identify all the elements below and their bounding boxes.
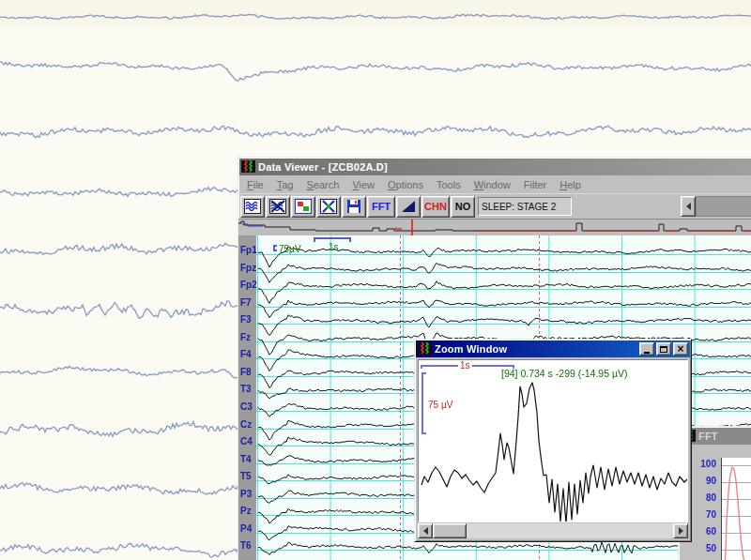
channel-label-fp1: Fp1 <box>240 246 257 255</box>
channel-label-fz: Fz <box>240 333 251 342</box>
channel-label-fpz: Fpz <box>240 264 256 273</box>
minimize-button[interactable] <box>639 342 654 356</box>
signal-traces-icon <box>418 342 432 356</box>
overview-scroll-left-button[interactable] <box>681 196 696 217</box>
triangle-button[interactable] <box>396 196 421 218</box>
toolbar: FFTCHNNOSLEEP: STAGE 2 <box>238 193 751 219</box>
left-arrow-icon <box>423 527 428 535</box>
fft-title: FFT <box>698 431 751 442</box>
menu-window[interactable]: Window <box>469 179 519 190</box>
blue-x-button[interactable] <box>316 196 341 218</box>
color-tiles-icon <box>295 199 312 214</box>
floppy-icon <box>345 199 362 214</box>
channel-label-f7: F7 <box>240 298 252 308</box>
fft-plot-area <box>721 458 751 560</box>
data-viewer-title: Data Viewer - [ZCB02A.D] <box>258 161 751 173</box>
waves-x-icon <box>269 199 286 214</box>
channel-label-t6: T6 <box>240 541 252 551</box>
zoom-window: Zoom Window × 1s [94] 0.734 s -299 (-14.… <box>414 339 692 542</box>
zoom-window-caption-buttons: × <box>639 342 688 356</box>
hypnogram-overview[interactable] <box>238 219 751 235</box>
signal-traces-icon <box>241 160 255 174</box>
channel-label-t4: T4 <box>240 455 252 464</box>
scroll-right-button[interactable] <box>673 523 688 538</box>
channel-label-f8: F8 <box>240 368 252 377</box>
waves-crossed-button[interactable] <box>266 196 290 218</box>
triangle-icon <box>400 199 417 214</box>
menu-options[interactable]: Options <box>383 179 432 190</box>
channel-label-f3: F3 <box>240 315 252 325</box>
menu-search[interactable]: Search <box>302 179 348 190</box>
fft-tick-50: 50 <box>679 543 716 553</box>
channel-label-c4: C4 <box>240 437 253 446</box>
channel-label-c3: C3 <box>240 402 253 412</box>
scroll-thumb[interactable] <box>433 523 467 538</box>
zoom-waveform[interactable] <box>419 360 688 522</box>
menu-tools[interactable]: Tools <box>432 179 469 190</box>
right-arrow-icon <box>679 527 683 535</box>
waves-icon <box>244 199 261 214</box>
scroll-left-button[interactable] <box>418 523 433 538</box>
screen: Data Viewer - [ZCB02A.D] FileTagSearchVi… <box>0 0 751 560</box>
fft-button[interactable]: FFT <box>367 196 395 218</box>
overview-scroll-track[interactable] <box>696 196 751 217</box>
left-arrow-icon <box>686 203 691 210</box>
zoom-window-titlebar[interactable]: Zoom Window × <box>416 341 690 357</box>
zoom-amplitude-label: 75 µV <box>428 400 452 410</box>
menu-help[interactable]: Help <box>555 179 590 190</box>
channel-label-pz: Pz <box>240 507 252 516</box>
no-button[interactable]: NO <box>451 196 475 218</box>
color-tiles-button[interactable] <box>291 196 315 218</box>
zoom-cursor-annotation: [94] 0.734 s -299 (-14.95 µV) <box>501 368 627 379</box>
close-button[interactable]: × <box>673 342 688 356</box>
close-icon: × <box>677 344 683 354</box>
fft-spectrum-curve <box>722 458 751 560</box>
save-button[interactable] <box>342 196 366 218</box>
channel-label-t3: T3 <box>240 385 252 394</box>
menu-filter[interactable]: Filter <box>519 179 555 190</box>
zoom-amplitude-bracket <box>421 372 426 434</box>
minimize-icon <box>644 352 650 354</box>
channel-label-cz: Cz <box>240 420 252 430</box>
blue-x-icon <box>320 199 337 214</box>
fft-button-label: FFT <box>372 201 391 212</box>
scroll-track[interactable] <box>467 523 673 538</box>
channel-label-gutter: Fp1FpzFp2F7F3FzF4F8T3C3CzC4T4T5P3PzP4T6 <box>238 235 256 560</box>
zoom-scrollbar <box>418 523 688 538</box>
channel-label-fp2: Fp2 <box>240 280 257 290</box>
channel-label-t5: T5 <box>240 472 252 481</box>
channel-label-f4: F4 <box>240 350 252 359</box>
zoom-time-label: 1s <box>458 360 472 371</box>
menu-bar: FileTagSearchViewOptionsToolsWindowFilte… <box>238 176 751 193</box>
zoom-waveform-panel[interactable]: 1s [94] 0.734 s -299 (-14.95 µV) 75 µV <box>418 359 688 522</box>
menu-view[interactable]: View <box>347 179 383 190</box>
waves-button[interactable] <box>240 196 265 218</box>
menu-tag[interactable]: Tag <box>272 179 302 190</box>
channel-label-p3: P3 <box>240 490 252 499</box>
maximize-button[interactable] <box>656 342 671 356</box>
zoom-window-title: Zoom Window <box>435 343 636 355</box>
data-viewer-titlebar[interactable]: Data Viewer - [ZCB02A.D] <box>239 159 751 175</box>
menu-file[interactable]: File <box>242 179 272 190</box>
no-button-label: NO <box>455 201 471 212</box>
sleep-stage-field[interactable]: SLEEP: STAGE 2 <box>478 197 572 216</box>
channel-label-p4: P4 <box>240 524 252 534</box>
chn-button-label: CHN <box>424 201 447 212</box>
maximize-icon <box>660 346 667 353</box>
chn-button[interactable]: CHN <box>421 196 450 218</box>
